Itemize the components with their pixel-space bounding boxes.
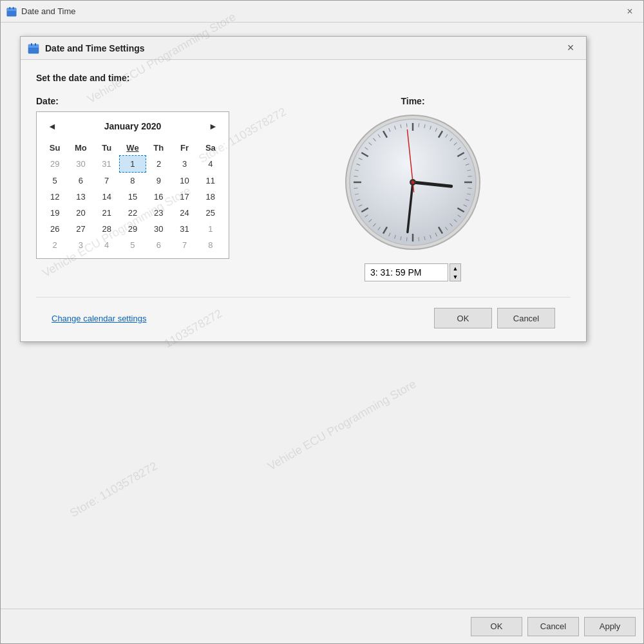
dialog-buttons: OK Cancel: [434, 308, 555, 328]
outer-close-button[interactable]: ×: [621, 3, 638, 20]
calendar-day[interactable]: 9: [146, 173, 171, 189]
calendar-day[interactable]: 21: [94, 205, 120, 221]
time-label: Time:: [401, 96, 424, 106]
calendar-day[interactable]: 13: [68, 189, 93, 205]
outer-bottom-bar: OK Cancel Apply: [1, 609, 643, 643]
calendar-day[interactable]: 31: [171, 221, 197, 237]
calendar-day[interactable]: 30: [68, 156, 93, 173]
inner-titlebar: Date and Time Settings ×: [21, 37, 586, 60]
outer-cancel-button[interactable]: Cancel: [527, 617, 579, 636]
outer-apply-button[interactable]: Apply: [584, 617, 636, 636]
dialog-cancel-button[interactable]: Cancel: [497, 308, 555, 328]
calendar-day[interactable]: 28: [94, 221, 120, 237]
calendar-week-row: 2627282930311: [42, 221, 223, 237]
col-th: Th: [146, 140, 171, 156]
date-section: Date: ◄ January 2020 ► Su Mo: [36, 96, 229, 259]
calendar-day[interactable]: 1: [120, 156, 146, 173]
svg-line-45: [419, 238, 419, 242]
col-mo: Mo: [68, 140, 93, 156]
calendar-day[interactable]: 5: [120, 237, 146, 253]
inner-dialog-content: Set the date and time: Date: ◄ January 2…: [21, 60, 586, 341]
col-tu: Tu: [94, 140, 120, 156]
calendar-day[interactable]: 4: [198, 156, 223, 173]
calendar-day[interactable]: 31: [94, 156, 120, 173]
calendar-day[interactable]: 16: [146, 189, 171, 205]
svg-rect-1: [7, 8, 16, 11]
next-month-button[interactable]: ►: [205, 118, 221, 134]
calendar-day[interactable]: 8: [120, 173, 146, 189]
calendar-day[interactable]: 7: [171, 237, 197, 253]
svg-line-34: [468, 188, 472, 189]
calendar-grid: Su Mo Tu We Th Fr Sa 2930311234: [42, 140, 223, 253]
calendar-day[interactable]: 29: [42, 156, 68, 173]
inner-calendar-icon: [27, 42, 40, 55]
col-fr: Fr: [171, 140, 197, 156]
calendar-day[interactable]: 5: [42, 173, 68, 189]
svg-rect-6: [31, 43, 32, 46]
svg-rect-2: [9, 6, 10, 9]
calendar-day[interactable]: 22: [120, 205, 146, 221]
calendar-day[interactable]: 8: [198, 237, 223, 253]
inner-close-button[interactable]: ×: [562, 39, 580, 57]
calendar-day[interactable]: 3: [68, 237, 93, 253]
calendar-day[interactable]: 18: [198, 189, 223, 205]
calendar-day[interactable]: 6: [146, 237, 171, 253]
calendar-day[interactable]: 7: [94, 173, 120, 189]
svg-line-46: [406, 238, 407, 242]
calendar-day[interactable]: 15: [120, 189, 146, 205]
col-we: We: [120, 140, 146, 156]
svg-line-22: [419, 124, 419, 128]
inner-dialog: Date and Time Settings × Set the date an…: [20, 36, 587, 342]
dialog-ok-button[interactable]: OK: [434, 308, 492, 328]
svg-rect-3: [13, 6, 14, 9]
calendar-day[interactable]: 3: [171, 156, 197, 173]
calendar-day[interactable]: 24: [171, 205, 197, 221]
calendar-day[interactable]: 10: [171, 173, 197, 189]
calendar-day[interactable]: 14: [94, 189, 120, 205]
calendar-month-year: January 2020: [104, 121, 162, 131]
calendar-day[interactable]: 25: [198, 205, 223, 221]
calendar-header-row: Su Mo Tu We Th Fr Sa: [42, 140, 223, 156]
date-label: Date:: [36, 96, 229, 106]
col-su: Su: [42, 140, 68, 156]
calendar-day[interactable]: 2: [42, 237, 68, 253]
calendar-week-row: 2930311234: [42, 156, 223, 173]
inner-dialog-title: Date and Time Settings: [45, 43, 562, 53]
calendar-day[interactable]: 19: [42, 205, 68, 221]
calendar-day[interactable]: 11: [198, 173, 223, 189]
calendar-week-row: 12131415161718: [42, 189, 223, 205]
calendar-day[interactable]: 23: [146, 205, 171, 221]
calendar-day[interactable]: 20: [68, 205, 93, 221]
calendar-week-row: 567891011: [42, 173, 223, 189]
calendar-day[interactable]: 27: [68, 221, 93, 237]
calendar-week-row: 2345678: [42, 237, 223, 253]
calendar-day[interactable]: 4: [94, 237, 120, 253]
svg-line-58: [354, 176, 358, 176]
change-calendar-link[interactable]: Change calendar settings: [52, 314, 146, 323]
svg-rect-5: [28, 44, 39, 48]
calendar-day[interactable]: 2: [146, 156, 171, 173]
calendar-icon: [6, 6, 17, 17]
calendar-day[interactable]: 29: [120, 221, 146, 237]
main-content-row: Date: ◄ January 2020 ► Su Mo: [36, 96, 571, 281]
time-spin-up-button[interactable]: ▲: [450, 264, 460, 272]
dialog-bottom: Change calendar settings OK Cancel: [36, 297, 571, 328]
calendar-day[interactable]: 6: [68, 173, 93, 189]
calendar-day[interactable]: 26: [42, 221, 68, 237]
time-spin-down-button[interactable]: ▼: [450, 272, 460, 281]
calendar-day[interactable]: 30: [146, 221, 171, 237]
calendar-day[interactable]: 12: [42, 189, 68, 205]
prev-month-button[interactable]: ◄: [44, 118, 60, 134]
outer-window: Date and Time × Date and Time Settings ×…: [0, 0, 644, 644]
svg-rect-7: [35, 43, 36, 46]
time-input-row: 3: 31: 59 PM ▲ ▼: [365, 263, 461, 281]
svg-line-33: [468, 176, 472, 176]
calendar-day[interactable]: 1: [198, 221, 223, 237]
svg-line-69: [406, 124, 407, 128]
time-section: Time:: [255, 96, 571, 281]
outer-ok-button[interactable]: OK: [471, 617, 522, 636]
col-sa: Sa: [198, 140, 223, 156]
calendar-week-row: 19202122232425: [42, 205, 223, 221]
time-input[interactable]: 3: 31: 59 PM: [365, 263, 448, 281]
calendar-day[interactable]: 17: [171, 189, 197, 205]
